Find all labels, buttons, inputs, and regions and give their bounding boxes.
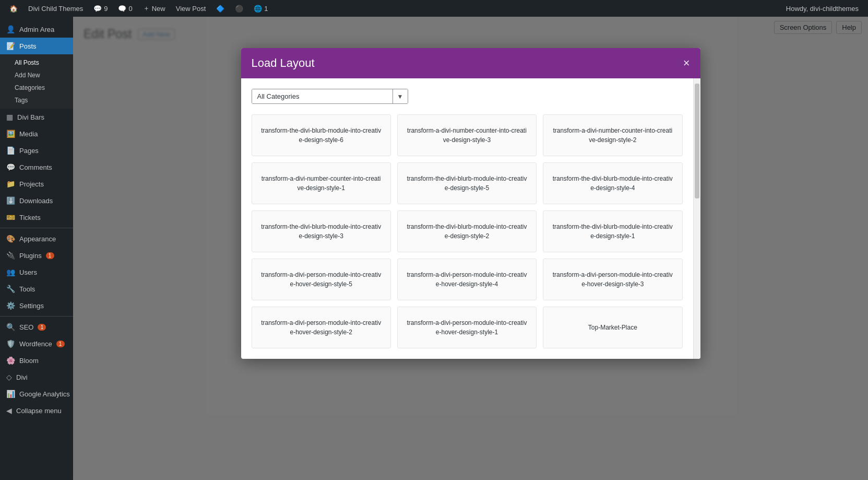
layout-item-label-5: transform-the-divi-blurb-module-into-cre… xyxy=(406,174,528,193)
tools-icon: 🔧 xyxy=(6,285,15,293)
wp-logo[interactable]: 🏠 xyxy=(5,0,22,17)
sidebar-item-plugins[interactable]: 🔌 Plugins 1 xyxy=(0,247,73,264)
comments-label: Comments xyxy=(19,163,52,171)
layout-item-10[interactable]: transform-a-divi-person-module-into-crea… xyxy=(252,259,391,300)
modal-body: All Categories ▼ transform-the-divi-blur… xyxy=(241,78,700,359)
downloads-icon: ⬇️ xyxy=(6,196,15,205)
online-indicator[interactable]: ⚫ xyxy=(231,0,247,17)
collapse-icon: ◀ xyxy=(6,406,12,415)
users-label: Users xyxy=(19,268,37,276)
site-name[interactable]: Divi Child Themes xyxy=(24,0,87,17)
load-layout-modal: Load Layout × All Categories ▼ xyxy=(241,48,700,359)
sidebar-item-appearance[interactable]: 🎨 Appearance xyxy=(0,230,73,247)
modal-close-button[interactable]: × xyxy=(683,57,690,69)
layout-item-9[interactable]: transform-the-divi-blurb-module-into-cre… xyxy=(543,210,682,252)
sidebar-item-tools[interactable]: 🔧 Tools xyxy=(0,280,73,297)
comment-icon: 🗨️ xyxy=(118,5,126,13)
sidebar-divider-1 xyxy=(0,228,73,228)
layout-item-13[interactable]: transform-a-divi-person-module-into-crea… xyxy=(252,307,391,348)
sidebar-item-posts[interactable]: 📝 Posts xyxy=(0,38,73,54)
wordfence-icon: 🛡️ xyxy=(6,339,15,348)
category-filter-row: All Categories ▼ xyxy=(252,89,683,104)
layout-item-15[interactable]: Top-Market-Place xyxy=(543,307,682,348)
layout-item-label-7: transform-the-divi-blurb-module-into-cre… xyxy=(260,222,382,241)
settings-label: Settings xyxy=(19,302,44,310)
sidebar-item-add-new[interactable]: Add New xyxy=(0,69,73,81)
sidebar-item-admin-area[interactable]: 👤 Admin Area xyxy=(0,21,73,38)
layout-item-label-15: Top-Market-Place xyxy=(588,323,637,332)
pages-label: Pages xyxy=(19,147,39,155)
media-icon: 🖼️ xyxy=(6,130,15,138)
main-content-area: Screen Options Help Edit Post Add New Lo… xyxy=(73,17,868,480)
seo-icon: 🔍 xyxy=(6,323,15,331)
admin-area-icon: 👤 xyxy=(6,25,15,33)
new-content[interactable]: ＋ New xyxy=(139,0,170,17)
comments-link[interactable]: 💬 9 xyxy=(89,0,112,17)
tickets-icon: 🎫 xyxy=(6,213,15,221)
modal-scrollbar[interactable] xyxy=(693,78,700,359)
modal-scrollable-content: All Categories ▼ transform-the-divi-blur… xyxy=(241,78,693,359)
sidebar-item-settings[interactable]: ⚙️ Settings xyxy=(0,297,73,314)
google-analytics-icon: 📊 xyxy=(6,390,15,398)
layout-item-7[interactable]: transform-the-divi-blurb-module-into-cre… xyxy=(252,210,391,252)
sidebar-item-downloads[interactable]: ⬇️ Downloads xyxy=(0,192,73,209)
layout-item-label-14: transform-a-divi-person-module-into-crea… xyxy=(406,318,528,337)
google-analytics-label: Google Analytics xyxy=(19,390,70,398)
sidebar-item-tags[interactable]: Tags xyxy=(0,94,73,107)
modal-header: Load Layout × xyxy=(241,48,700,78)
sidebar-item-google-analytics[interactable]: 📊 Google Analytics xyxy=(0,385,73,402)
category-select[interactable]: All Categories ▼ xyxy=(252,89,408,104)
plus-icon: ＋ xyxy=(143,4,150,13)
admin-sidebar: 👤 Admin Area 📝 Posts All Posts Add New C… xyxy=(0,17,73,480)
layout-item-14[interactable]: transform-a-divi-person-module-into-crea… xyxy=(397,307,537,348)
settings-icon: ⚙️ xyxy=(6,301,15,310)
howdy-greeting: Howdy, divi-childthemes xyxy=(782,5,863,13)
layout-item-11[interactable]: transform-a-divi-person-module-into-crea… xyxy=(397,259,537,300)
layout-item-label-4: transform-a-divi-number-counter-into-cre… xyxy=(260,174,382,193)
comments-icon: 💬 xyxy=(6,163,15,171)
page-layout: 👤 Admin Area 📝 Posts All Posts Add New C… xyxy=(0,17,868,480)
plugins-label: Plugins xyxy=(19,252,42,260)
seo-badge: 1 xyxy=(38,324,46,331)
layout-item-1[interactable]: transform-the-divi-blurb-module-into-cre… xyxy=(252,114,391,156)
view-post[interactable]: View Post xyxy=(172,0,210,17)
collapse-label: Collapse menu xyxy=(16,407,62,415)
layout-item-4[interactable]: transform-a-divi-number-counter-into-cre… xyxy=(252,162,391,204)
posts-submenu: All Posts Add New Categories Tags xyxy=(0,54,73,109)
downloads-label: Downloads xyxy=(19,197,53,205)
sidebar-item-tickets[interactable]: 🎫 Tickets xyxy=(0,209,73,226)
sidebar-item-divi[interactable]: ◇ Divi xyxy=(0,369,73,385)
plugins-badge: 1 xyxy=(46,252,54,259)
bloom-label: Bloom xyxy=(19,357,39,365)
posts-icon: 📝 xyxy=(6,42,15,50)
sidebar-item-users[interactable]: 👥 Users xyxy=(0,264,73,280)
layout-item-label-11: transform-a-divi-person-module-into-crea… xyxy=(406,270,528,289)
divi-bar[interactable]: 🔷 xyxy=(212,0,229,17)
sidebar-item-bloom[interactable]: 🌸 Bloom xyxy=(0,352,73,369)
projects-label: Projects xyxy=(19,180,44,188)
sidebar-item-comments[interactable]: 💬 Comments xyxy=(0,159,73,175)
sidebar-item-collapse[interactable]: ◀ Collapse menu xyxy=(0,402,73,419)
sidebar-item-categories[interactable]: Categories xyxy=(0,81,73,94)
globe-item[interactable]: 🌐 1 xyxy=(249,0,272,17)
divi-bars-icon: ▦ xyxy=(6,113,13,121)
layout-item-5[interactable]: transform-the-divi-blurb-module-into-cre… xyxy=(397,162,537,204)
scrollbar-thumb[interactable] xyxy=(695,84,699,198)
online-count: 1 xyxy=(264,5,268,13)
layout-item-8[interactable]: transform-the-divi-blurb-module-into-cre… xyxy=(397,210,537,252)
layout-item-12[interactable]: transform-a-divi-person-module-into-crea… xyxy=(543,259,682,300)
layout-item-2[interactable]: transform-a-divi-number-counter-into-cre… xyxy=(397,114,537,156)
sidebar-item-media[interactable]: 🖼️ Media xyxy=(0,125,73,142)
sidebar-item-pages[interactable]: 📄 Pages xyxy=(0,142,73,159)
sidebar-item-projects[interactable]: 📁 Projects xyxy=(0,175,73,192)
layout-item-6[interactable]: transform-the-divi-blurb-module-into-cre… xyxy=(543,162,682,204)
layout-item-3[interactable]: transform-a-divi-number-counter-into-cre… xyxy=(543,114,682,156)
sidebar-item-divi-bars[interactable]: ▦ Divi Bars xyxy=(0,109,73,125)
sidebar-item-wordfence[interactable]: 🛡️ Wordfence 1 xyxy=(0,335,73,352)
category-dropdown-button[interactable]: ▼ xyxy=(393,89,408,103)
comment-count-2[interactable]: 🗨️ 0 xyxy=(114,0,136,17)
tools-label: Tools xyxy=(19,285,35,293)
sidebar-item-seo[interactable]: 🔍 SEO 1 xyxy=(0,319,73,335)
view-post-label: View Post xyxy=(176,5,206,13)
sidebar-item-all-posts[interactable]: All Posts xyxy=(0,56,73,69)
